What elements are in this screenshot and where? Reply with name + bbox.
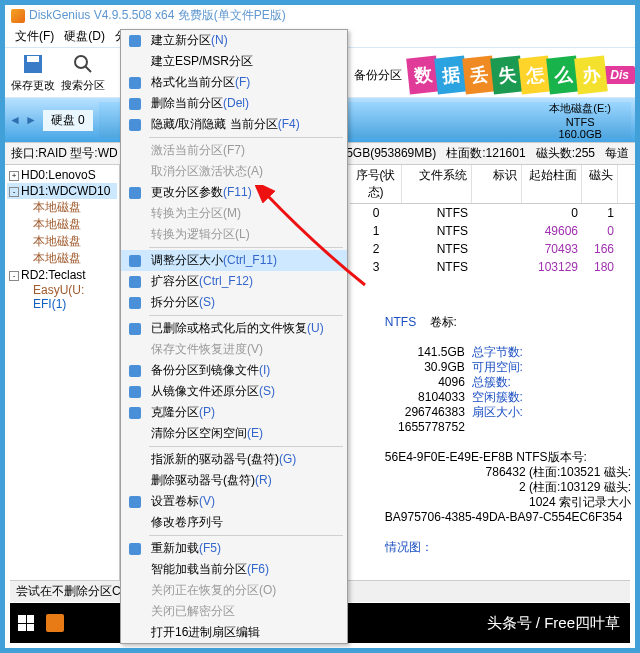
banner-tile: 办 — [575, 56, 609, 95]
menu-item: 转换为主分区(M) — [121, 203, 347, 224]
menu-item: 关闭已解密分区 — [121, 601, 347, 622]
menu-item[interactable]: 设置卷标(V) — [121, 491, 347, 512]
sector-info: 每道 — [605, 145, 629, 162]
menu-item[interactable]: 已删除或格式化后的文件恢复(U) — [121, 318, 347, 339]
tree-rd2[interactable]: RD2:Teclast — [7, 267, 117, 283]
tree-local-3[interactable]: 本地磁盘 — [7, 250, 117, 267]
nav-next-icon: ► — [25, 113, 37, 127]
app-title: DiskGenius V4.9.5.508 x64 免费版(单文件PE版) — [29, 7, 286, 24]
disk-tree[interactable]: HD0:LenovoS HD1:WDCWD10 本地磁盘 本地磁盘 本地磁盘 本… — [5, 165, 120, 585]
svg-rect-20 — [129, 496, 141, 508]
menu-item[interactable]: 指派新的驱动器号(盘符)(G) — [121, 449, 347, 470]
disk-label: 硬盘 0 — [43, 110, 93, 131]
ad-banner: 备份分区 数据丢失怎么办 Dis — [318, 48, 635, 102]
search-partition-button[interactable]: 搜索分区 — [61, 52, 105, 93]
menu-item[interactable]: 调整分区大小(Ctrl_F11) — [121, 250, 347, 271]
tree-local-1[interactable]: 本地磁盘 — [7, 216, 117, 233]
menu-item[interactable]: 修改卷序列号 — [121, 512, 347, 533]
menu-item[interactable]: 拆分分区(S) — [121, 292, 347, 313]
svg-rect-14 — [129, 276, 141, 288]
menu-item: 激活当前分区(F7) — [121, 140, 347, 161]
svg-rect-19 — [129, 407, 141, 419]
menu-item[interactable]: 更改分区参数(F11) — [121, 182, 347, 203]
tree-hd0[interactable]: HD0:LenovoS — [7, 167, 117, 183]
table-row[interactable]: 3NTFS103129180 — [350, 258, 635, 276]
menu-item[interactable]: 删除驱动器号(盘符)(R) — [121, 470, 347, 491]
menu-item: 保存文件恢复进度(V) — [121, 339, 347, 360]
menu-file[interactable]: 文件(F) — [11, 26, 58, 47]
start-icon[interactable] — [18, 615, 34, 631]
menu-item[interactable]: 重新加载(F5) — [121, 538, 347, 559]
titlebar: DiskGenius V4.9.5.508 x64 免费版(单文件PE版) — [5, 5, 635, 26]
save-button[interactable]: 保存更改 — [11, 52, 55, 93]
banner-backup-label: 备份分区 — [354, 67, 402, 84]
menu-item[interactable]: 隐藏/取消隐藏 当前分区(F4) — [121, 114, 347, 135]
svg-rect-8 — [129, 35, 141, 47]
menu-item: 关闭正在恢复的分区(O) — [121, 580, 347, 601]
svg-rect-21 — [129, 543, 141, 555]
partition-table-header: 序号(状态) 文件系统 标识 起始柱面 磁头 — [350, 165, 635, 204]
table-row[interactable]: 0NTFS01 — [350, 204, 635, 222]
interface-info: 接口:RAID 型号:WD — [11, 145, 118, 162]
svg-rect-15 — [129, 297, 141, 309]
svg-rect-16 — [129, 323, 141, 335]
tree-local-0[interactable]: 本地磁盘 — [7, 199, 117, 216]
banner-cta[interactable]: Dis — [604, 66, 635, 84]
menu-item[interactable]: 打开16进制扇区编辑 — [121, 622, 347, 643]
menu-item[interactable]: 删除当前分区(Del) — [121, 93, 347, 114]
save-icon — [21, 52, 45, 76]
svg-rect-12 — [129, 187, 141, 199]
menu-item[interactable]: 清除分区空闲空间(E) — [121, 423, 347, 444]
app-icon — [11, 9, 25, 23]
menu-item[interactable]: 建立ESP/MSR分区 — [121, 51, 347, 72]
svg-rect-10 — [129, 98, 141, 110]
tree-hd1[interactable]: HD1:WDCWD10 — [7, 183, 117, 199]
nav-arrows[interactable]: ◄ ► — [9, 113, 37, 127]
tree-local-2[interactable]: 本地磁盘 — [7, 233, 117, 250]
menu-item[interactable]: 格式化当前分区(F) — [121, 72, 347, 93]
menu-item[interactable]: 建立新分区(N) — [121, 30, 347, 51]
menu-disk[interactable]: 硬盘(D) — [60, 26, 109, 47]
watermark: 头条号 / Free四叶草 — [487, 614, 630, 633]
svg-rect-18 — [129, 386, 141, 398]
menu-item[interactable]: 智能加载当前分区(F6) — [121, 559, 347, 580]
svg-rect-13 — [129, 255, 141, 267]
svg-rect-1 — [27, 56, 39, 62]
svg-rect-17 — [129, 365, 141, 377]
menu-item[interactable]: 从镜像文件还原分区(S) — [121, 381, 347, 402]
partition-properties: NTFS 卷标: 141.5GB 总字节数: 30.9GB 可用空间: 4096… — [385, 315, 631, 585]
volume-e[interactable]: 本地磁盘(E:) NTFS 160.0GB — [549, 101, 611, 140]
context-menu[interactable]: 建立新分区(N)建立ESP/MSR分区格式化当前分区(F)删除当前分区(Del)… — [120, 29, 348, 644]
search-icon — [71, 52, 95, 76]
table-row[interactable]: 2NTFS70493166 — [350, 240, 635, 258]
nav-prev-icon: ◄ — [9, 113, 21, 127]
svg-rect-9 — [129, 77, 141, 89]
heads-info: 磁头数:255 — [536, 145, 595, 162]
menu-item: 转换为逻辑分区(L) — [121, 224, 347, 245]
taskbar-diskgenius-icon[interactable] — [46, 614, 64, 632]
tree-easyu[interactable]: EasyU(U: — [7, 283, 117, 297]
table-row[interactable]: 1NTFS496060 — [350, 222, 635, 240]
svg-rect-11 — [129, 119, 141, 131]
menu-item: 取消分区激活状态(A) — [121, 161, 347, 182]
menu-item[interactable]: 扩容分区(Ctrl_F12) — [121, 271, 347, 292]
svg-line-3 — [85, 66, 91, 72]
cylinder-info: 柱面数:121601 — [446, 145, 525, 162]
svg-rect-22 — [46, 614, 64, 632]
menu-item[interactable]: 备份分区到镜像文件(I) — [121, 360, 347, 381]
tree-efi[interactable]: EFI(1) — [7, 297, 117, 311]
menu-item[interactable]: 克隆分区(P) — [121, 402, 347, 423]
